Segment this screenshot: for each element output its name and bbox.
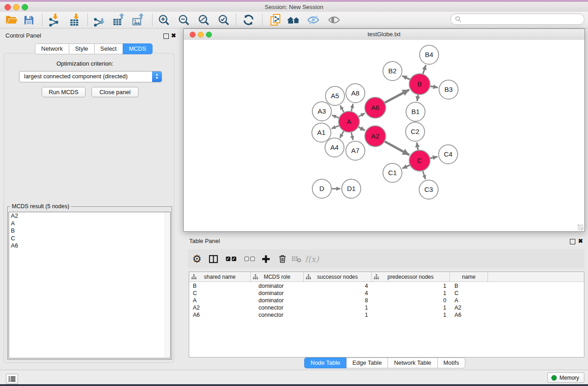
graph-node-C3[interactable]: C3 [419,180,438,199]
hide-selected-icon[interactable] [305,12,321,28]
tab-select[interactable]: Select [94,43,123,54]
graph-edge-A-A2[interactable] [359,127,365,131]
graph-node-A1[interactable]: A1 [312,123,331,142]
tab-mcds[interactable]: MCDS [123,43,153,54]
zoom-fit-icon[interactable] [196,12,212,28]
graph-node-A5[interactable]: A5 [325,86,344,105]
result-item[interactable]: A [9,220,170,228]
graph-node-B3[interactable]: B3 [439,80,458,99]
graph-edge-B-B1[interactable] [417,95,418,101]
graph-node-B1[interactable]: B1 [406,102,425,121]
graph-edge-C-C2[interactable] [417,143,418,150]
show-all-icon[interactable] [326,12,342,28]
result-item[interactable]: A6 [9,242,170,250]
import-table-icon[interactable] [67,12,84,28]
scrollbar-track[interactable] [165,212,170,358]
zoom-selected-icon[interactable] [215,12,232,28]
svg-text:A5: A5 [331,92,339,100]
table-row[interactable]: Adominator80A [189,297,584,304]
table-close-panel-icon[interactable]: ✖ [578,238,583,244]
tab-node-table[interactable]: Node Table [304,357,347,368]
graph-edge-A6-B[interactable] [385,90,409,103]
graph-node-D1[interactable]: D1 [342,179,361,198]
delete-icon[interactable] [275,249,290,268]
result-item[interactable]: B [9,227,170,235]
graph-edge-C-C1[interactable] [402,165,410,168]
resize-grip[interactable] [578,224,583,230]
graph-node-A4[interactable]: A4 [325,138,344,157]
graph-edge-A-A8[interactable] [351,104,353,111]
graph-edge-A-A4[interactable] [340,131,344,138]
network-canvas[interactable]: B4B2BB3A8A5A6A3B1AC2A1A2A4A7C4CC1DD1C3 [184,40,584,231]
import-network-icon[interactable] [47,12,63,28]
graph-edge-B-B2[interactable] [402,76,410,79]
close-panel-icon[interactable]: ✖ [171,32,176,39]
export-image-icon[interactable] [130,12,146,28]
graph-node-D[interactable]: D [312,179,331,198]
zoom-out-icon[interactable] [176,12,192,28]
table-row[interactable]: Bdominator41B [189,282,584,290]
close-panel-button[interactable]: Close panel [91,87,139,97]
columns-icon[interactable] [206,249,221,268]
run-mcds-button[interactable]: Run MCDS [42,87,86,97]
column-header-successor-nodes[interactable]: successor nodes [304,272,372,281]
table-row[interactable]: A6connector11A6 [189,311,584,319]
tab-network-table[interactable]: Network Table [387,357,437,368]
graph-node-C[interactable]: C [409,150,430,171]
memory-button[interactable]: Memory [547,372,584,383]
graph-node-B2[interactable]: B2 [383,62,402,81]
graph-node-A8[interactable]: A8 [346,84,365,103]
save-session-icon[interactable] [20,12,37,28]
graph-edge-A-A6[interactable] [359,113,365,116]
zoom-in-icon[interactable] [156,12,172,28]
table-row[interactable]: A2connector11A2 [189,304,584,311]
graph-node-C1[interactable]: C1 [383,163,402,182]
result-item[interactable]: A2 [9,212,170,220]
clone-network-icon[interactable] [268,12,284,28]
graph-node-B[interactable]: B [409,74,430,95]
refresh-icon[interactable] [240,12,257,28]
graph-edge-A-A7[interactable] [351,132,353,140]
graph-node-A3[interactable]: A3 [312,102,331,121]
tab-style[interactable]: Style [69,43,95,54]
tab-edge-table[interactable]: Edge Table [346,357,388,368]
table-panel-title: Table Panel [189,238,220,244]
graph-edge-A-A3[interactable] [332,115,339,118]
column-header-name[interactable]: name [450,272,488,281]
graph-node-A6[interactable]: A6 [365,97,386,118]
criterion-dropdown[interactable]: largest connected component (directed) ▲… [19,71,162,82]
graph-node-C4[interactable]: C4 [439,145,458,164]
graph-edge-A-A1[interactable] [331,126,339,129]
table-float-panel-icon[interactable] [570,239,575,244]
task-history-button[interactable] [6,374,18,384]
column-header-shared-name[interactable]: shared name [189,272,251,281]
first-neighbors-icon[interactable] [286,12,302,28]
graph-edge-B-B4[interactable] [423,65,425,74]
search-input[interactable] [450,14,584,25]
open-file-icon[interactable] [3,12,19,28]
add-row-icon[interactable] [258,249,273,268]
result-item[interactable]: C [9,235,170,243]
graph-edge-A2-C[interactable] [385,142,409,155]
graph-edge-C-C3[interactable] [423,171,425,179]
tab-network[interactable]: Network [35,43,69,54]
graph-edge-B-B3[interactable] [430,86,438,87]
table-row[interactable]: Cdominator41C [189,290,584,297]
export-network-icon[interactable] [91,12,108,28]
graph-edge-C-C4[interactable] [430,157,437,158]
graph-node-A7[interactable]: A7 [346,141,365,160]
settings-icon[interactable]: ⚙ [189,249,205,268]
graph-node-B4[interactable]: B4 [420,45,439,64]
tab-motifs[interactable]: Motifs [437,357,466,368]
float-panel-icon[interactable] [163,33,169,39]
function-builder-icon[interactable]: f(x) [302,249,322,268]
graph-node-A[interactable]: A [339,111,359,132]
deselect-all-icon[interactable] [243,249,256,268]
column-header-predecessor-nodes[interactable]: predecessor nodes [372,272,450,281]
export-table-icon[interactable] [110,12,127,28]
select-all-icon[interactable]: ✓✓ [224,249,238,268]
graph-edge-A-A5[interactable] [340,105,344,112]
graph-node-C2[interactable]: C2 [406,122,425,141]
column-header-MCDS-role[interactable]: MCDS role [251,272,304,281]
graph-node-A2[interactable]: A2 [365,126,386,147]
